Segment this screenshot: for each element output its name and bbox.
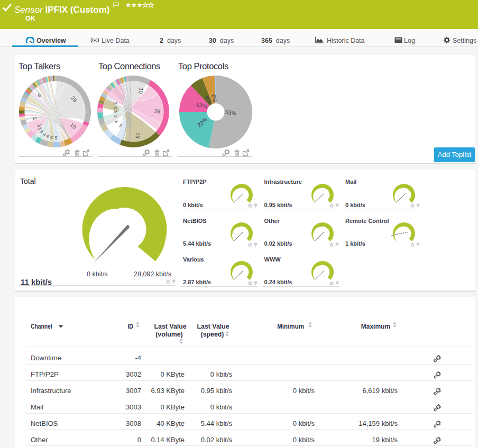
svg-text:10: 10 [137,87,144,94]
svg-text:28: 28 [154,108,161,115]
svg-text:19: 19 [134,132,141,138]
